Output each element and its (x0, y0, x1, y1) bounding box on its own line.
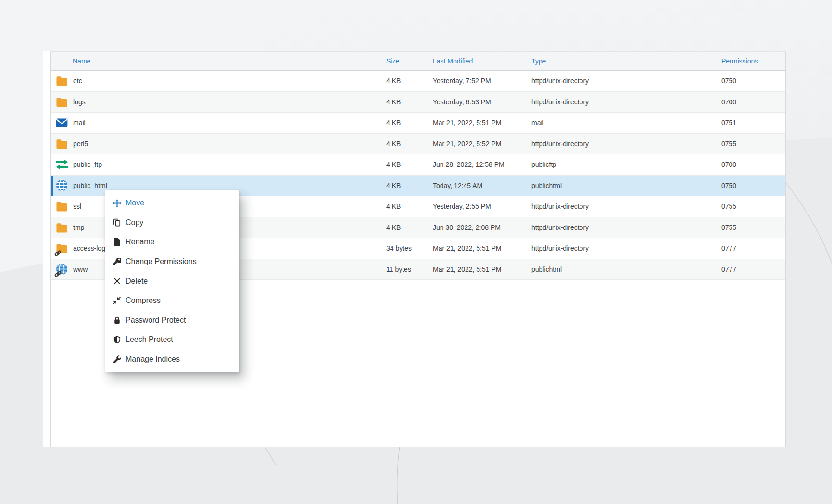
file-type: httpd/unix-directory (531, 202, 721, 210)
table-row-perl5[interactable]: perl54 KBMar 21, 2022, 5:52 PMhttpd/unix… (51, 134, 785, 155)
file-name-cell: logs (51, 95, 386, 108)
menu-item-label: Leech Protect (126, 335, 173, 344)
file-permissions: 0700 (721, 98, 785, 106)
file-type: httpd/unix-directory (531, 140, 721, 148)
file-type: publichtml (531, 182, 721, 189)
file-permissions: 0777 (721, 265, 785, 273)
menu-item-label: Password Protect (126, 316, 186, 325)
menu-item-label: Manage Indices (126, 355, 180, 364)
file-modified: Yesterday, 6:53 PM (433, 98, 531, 106)
column-header-name[interactable]: Name (51, 57, 386, 65)
menu-item-label: Move (126, 199, 144, 207)
compress-icon (113, 296, 121, 305)
globe-symlink-icon (55, 263, 68, 276)
file-modified: Mar 21, 2022, 5:51 PM (433, 244, 531, 252)
file-size: 4 KB (386, 119, 433, 126)
file-type: httpd/unix-directory (531, 98, 721, 106)
file-permissions: 0700 (721, 161, 785, 168)
column-header-modified[interactable]: Last Modified (433, 57, 531, 65)
menu-item-delete[interactable]: Delete (105, 271, 239, 291)
table-row-etc[interactable]: etc4 KBYesterday, 7:52 PMhttpd/unix-dire… (51, 71, 785, 92)
file-name: public_ftp (73, 161, 102, 168)
file-modified: Mar 21, 2022, 5:51 PM (433, 119, 531, 126)
menu-item-label: Rename (126, 238, 154, 246)
file-permissions: 0755 (721, 224, 785, 231)
file-permissions: 0755 (721, 202, 785, 210)
file-modified: Mar 21, 2022, 5:52 PM (433, 140, 531, 148)
delete-x-icon (113, 277, 121, 286)
folder-symlink-icon (55, 242, 68, 255)
column-header-size[interactable]: Size (386, 57, 433, 65)
file-type: publicftp (531, 161, 721, 168)
table-row-public_ftp[interactable]: public_ftp4 KBJun 28, 2022, 12:58 PMpubl… (51, 154, 785, 176)
file-type: mail (531, 119, 721, 126)
link-overlay-icon (54, 270, 62, 277)
file-type: httpd/unix-directory (531, 224, 721, 231)
file-size: 4 KB (386, 77, 433, 85)
file-permissions: 0777 (721, 244, 785, 252)
file-modified: Mar 21, 2022, 5:51 PM (433, 265, 531, 273)
file-permissions: 0755 (721, 140, 785, 148)
transfer-arrows-icon (55, 158, 68, 171)
file-name-cell: perl5 (51, 137, 386, 150)
column-header-permissions[interactable]: Permissions (721, 57, 785, 65)
table-row-logs[interactable]: logs4 KBYesterday, 6:53 PMhttpd/unix-dir… (51, 92, 785, 113)
file-modified: Jun 30, 2022, 2:08 PM (433, 224, 531, 231)
file-permissions: 0750 (721, 77, 785, 85)
column-header-type[interactable]: Type (531, 57, 721, 65)
folder-icon (55, 137, 68, 150)
file-name: access-logs (73, 244, 109, 252)
file-size: 34 bytes (386, 244, 433, 252)
folder-icon (55, 200, 68, 213)
file-name: www (73, 265, 88, 273)
file-size: 4 KB (386, 98, 433, 106)
menu-item-leech-protect[interactable]: Leech Protect (105, 330, 239, 350)
globe-icon (55, 179, 68, 192)
menu-item-label: Delete (126, 277, 148, 286)
menu-item-compress[interactable]: Compress (105, 291, 239, 311)
file-name: ssl (73, 202, 81, 210)
menu-item-label: Change Permissions (126, 257, 197, 266)
menu-item-change-permissions[interactable]: Change Permissions (105, 252, 239, 272)
file-type: publichtml (531, 265, 721, 273)
file-size: 4 KB (386, 140, 433, 148)
file-size: 4 KB (386, 161, 433, 168)
context-menu: MoveCopyRenameChange PermissionsDeleteCo… (105, 190, 239, 372)
menu-item-move[interactable]: Move (105, 193, 239, 213)
file-name-cell: public_ftp (51, 158, 386, 171)
file-size: 4 KB (386, 224, 433, 231)
lock-icon (113, 316, 121, 325)
file-modified: Jun 28, 2022, 12:58 PM (433, 161, 531, 168)
folder-icon (55, 221, 68, 234)
file-size: 4 KB (386, 202, 433, 210)
menu-item-label: Compress (126, 296, 161, 305)
menu-item-label: Copy (126, 218, 143, 227)
menu-item-password-protect[interactable]: Password Protect (105, 311, 239, 330)
file-size: 4 KB (386, 182, 433, 189)
file-name: mail (73, 119, 86, 126)
table-row-mail[interactable]: mail4 KBMar 21, 2022, 5:51 PMmail0751 (51, 113, 785, 134)
folder-icon (55, 95, 68, 108)
copy-icon (113, 218, 121, 227)
file-type: httpd/unix-directory (531, 77, 721, 85)
file-name-cell: etc (51, 75, 386, 88)
file-name: public_html (73, 182, 107, 189)
file-icon (113, 238, 121, 246)
file-name: perl5 (73, 140, 88, 148)
file-modified: Yesterday, 7:52 PM (433, 77, 531, 85)
mail-icon (55, 116, 68, 129)
file-modified: Yesterday, 2:55 PM (433, 202, 531, 210)
folder-icon (55, 75, 68, 88)
file-modified: Today, 12:45 AM (433, 182, 531, 189)
file-size: 11 bytes (386, 265, 433, 273)
link-overlay-icon (54, 250, 62, 257)
menu-item-rename[interactable]: Rename (105, 232, 239, 252)
file-permissions: 0751 (721, 119, 785, 126)
menu-item-manage-indices[interactable]: Manage Indices (105, 350, 239, 369)
file-name: logs (73, 98, 86, 106)
file-name-cell: mail (51, 116, 386, 129)
menu-item-copy[interactable]: Copy (105, 213, 239, 233)
file-type: httpd/unix-directory (531, 244, 721, 252)
file-name: etc (73, 77, 82, 85)
file-permissions: 0750 (721, 182, 785, 189)
